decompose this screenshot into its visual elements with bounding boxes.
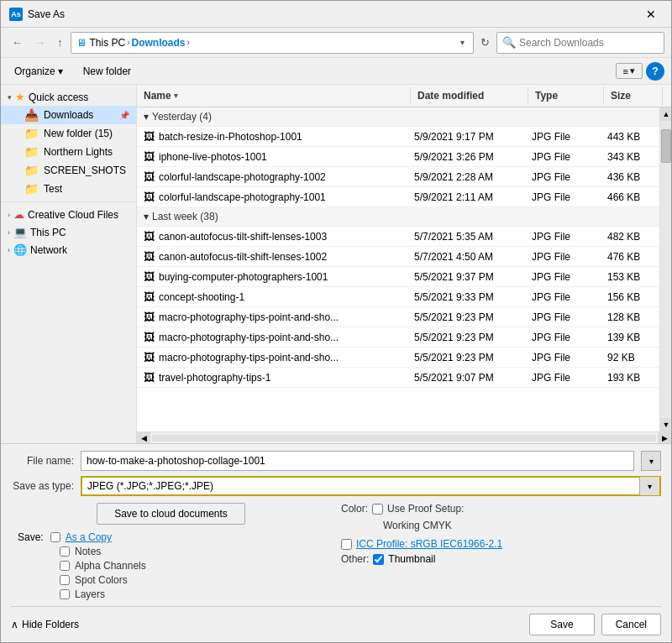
address-bar[interactable]: 🖥 This PC › Downloads › ▾ xyxy=(71,32,475,54)
address-path: This PC › Downloads › xyxy=(90,37,454,49)
savetype-dropdown-button[interactable]: ▾ xyxy=(639,477,659,495)
icc-profile-checkbox[interactable] xyxy=(341,539,352,550)
file-name-7: 🖼 buying-computer-photographers-1001 xyxy=(137,268,407,285)
view-icon: ≡ xyxy=(623,66,628,76)
quick-access-group[interactable]: ▾ ★ Quick access xyxy=(1,88,136,106)
hide-folders-label: Hide Folders xyxy=(22,619,79,630)
working-cmyk-label: Working CMYK xyxy=(383,520,452,531)
spot-colors-checkbox[interactable] xyxy=(60,575,70,585)
file-row[interactable]: 🖼 concept-shooting-1 5/5/2021 9:33 PM JP… xyxy=(137,287,659,307)
file-size-4: 466 KB xyxy=(601,188,659,206)
col-date[interactable]: Date modified xyxy=(411,86,528,105)
savetype-value: JPEG (*.JPG;*.JPEG;*.JPE) xyxy=(82,480,639,492)
jpg-icon-8: 🖼 xyxy=(144,290,155,303)
file-name-11: 🖼 macro-photography-tips-point-and-sho..… xyxy=(137,348,407,366)
file-size-9: 128 KB xyxy=(601,308,659,326)
file-type-4: JPG File xyxy=(525,188,601,206)
navigation-bar: ← → ↑ 🖥 This PC › Downloads › ▾ ↻ 🔍 xyxy=(1,28,671,58)
app-icon: As xyxy=(9,8,23,21)
jpg-icon-2: 🖼 xyxy=(144,150,155,163)
scroll-track[interactable] xyxy=(660,121,671,418)
hide-folders-button[interactable]: ∧ Hide Folders xyxy=(11,619,79,630)
save-label: Save: xyxy=(18,531,44,543)
spot-colors-label: Spot Colors xyxy=(75,574,128,586)
layers-checkbox[interactable] xyxy=(60,589,70,599)
use-proof-setup-checkbox[interactable] xyxy=(372,504,383,515)
col-name[interactable]: Name ▾ xyxy=(137,86,411,105)
group-yesterday[interactable]: ▾ Yesterday (4) xyxy=(137,107,659,127)
jpg-icon-4: 🖼 xyxy=(144,191,155,203)
file-row[interactable]: 🖼 batch-resize-in-Photoshop-1001 5/9/202… xyxy=(137,127,659,147)
folder-icon-4: 📁 xyxy=(24,182,39,196)
filename-dropdown-button[interactable]: ▾ xyxy=(641,451,661,471)
file-list-with-scroll: ▾ Yesterday (4) 🖼 batch-resize-in-Photos… xyxy=(137,107,671,431)
file-size-6: 476 KB xyxy=(601,248,659,265)
network-group[interactable]: › 🌐 Network xyxy=(1,241,136,259)
organize-button[interactable]: Organize ▾ xyxy=(8,63,70,80)
file-row[interactable]: 🖼 macro-photography-tips-point-and-sho..… xyxy=(137,307,659,327)
scroll-up-button[interactable]: ▲ xyxy=(660,107,671,121)
sidebar: ▾ ★ Quick access 📥 Downloads 📌 📁 New fol… xyxy=(1,85,137,443)
file-type-9: JPG File xyxy=(525,308,601,326)
h-scroll-track[interactable] xyxy=(152,435,656,442)
scroll-down-button[interactable]: ▼ xyxy=(660,418,671,431)
sidebar-item-northern-lights[interactable]: 📁 Northern Lights xyxy=(1,143,136,161)
file-list-scroll[interactable]: ▾ Yesterday (4) 🖼 batch-resize-in-Photos… xyxy=(137,107,659,431)
jpg-icon-7: 🖼 xyxy=(144,270,155,283)
up-button[interactable]: ↑ xyxy=(53,34,67,51)
refresh-button[interactable]: ↻ xyxy=(477,34,493,50)
file-type-6: JPG File xyxy=(525,248,601,265)
network-label: Network xyxy=(30,244,67,256)
help-button[interactable]: ? xyxy=(646,62,664,81)
column-headers: Name ▾ Date modified Type Size xyxy=(137,85,671,107)
search-input[interactable] xyxy=(519,37,659,49)
file-row[interactable]: 🖼 macro-photography-tips-point-and-sho..… xyxy=(137,348,659,368)
group-last-week[interactable]: ▾ Last week (38) xyxy=(137,207,659,227)
horizontal-scrollbar[interactable]: ◀ ▶ xyxy=(137,431,671,443)
help-label: ? xyxy=(652,65,659,77)
file-row[interactable]: 🖼 macro-photography-tips-point-and-sho..… xyxy=(137,327,659,348)
file-row[interactable]: 🖼 iphone-live-photos-1001 5/9/2021 3:26 … xyxy=(137,147,659,167)
as-copy-label[interactable]: As a Copy xyxy=(66,531,112,543)
file-row[interactable]: 🖼 buying-computer-photographers-1001 5/5… xyxy=(137,267,659,287)
filename-input[interactable] xyxy=(81,451,634,471)
scroll-thumb[interactable] xyxy=(661,129,671,163)
file-row[interactable]: 🖼 colorful-landscape-photography-1001 5/… xyxy=(137,187,659,207)
this-pc-group[interactable]: › 💻 This PC xyxy=(1,223,136,241)
file-row[interactable]: 🖼 travel-photography-tips-1 5/5/2021 9:0… xyxy=(137,368,659,388)
group-yesterday-label: Yesterday (4) xyxy=(152,111,212,123)
address-dropdown-button[interactable]: ▾ xyxy=(457,38,468,47)
cancel-button[interactable]: Cancel xyxy=(601,614,661,635)
alpha-channels-row: Alpha Channels xyxy=(18,560,324,572)
color-options: Color: Use Proof Setup: Working CMYK ICC… xyxy=(341,503,661,565)
sidebar-item-downloads[interactable]: 📥 Downloads 📌 xyxy=(1,106,136,124)
forward-button[interactable]: → xyxy=(30,34,50,51)
sidebar-item-test[interactable]: 📁 Test xyxy=(1,180,136,198)
sidebar-item-new-folder[interactable]: 📁 New folder (15) xyxy=(1,124,136,143)
savetype-select[interactable]: JPEG (*.JPG;*.JPEG;*.JPE) ▾ xyxy=(81,476,661,496)
sidebar-divider-1 xyxy=(1,201,136,202)
col-type[interactable]: Type xyxy=(528,86,604,105)
as-copy-checkbox[interactable] xyxy=(50,532,60,542)
col-size[interactable]: Size xyxy=(604,86,663,105)
vertical-scrollbar[interactable]: ▲ ▼ xyxy=(659,107,671,431)
file-name-12: 🖼 travel-photography-tips-1 xyxy=(137,369,407,386)
file-row[interactable]: 🖼 colorful-landscape-photography-1002 5/… xyxy=(137,167,659,187)
scroll-right-button[interactable]: ▶ xyxy=(658,432,671,444)
sidebar-item-screen-shots[interactable]: 📁 SCREEN_SHOTS xyxy=(1,161,136,180)
close-button[interactable]: ✕ xyxy=(639,5,663,24)
file-row[interactable]: 🖼 canon-autofocus-tilt-shift-lenses-1003… xyxy=(137,227,659,247)
notes-checkbox[interactable] xyxy=(60,546,70,557)
view-button[interactable]: ≡ ▾ xyxy=(616,63,643,79)
back-button[interactable]: ← xyxy=(8,34,27,51)
cloud-save-button[interactable]: Save to cloud documents xyxy=(97,503,245,525)
creative-cloud-group[interactable]: › ☁ Creative Cloud Files xyxy=(1,206,136,223)
save-button[interactable]: Save xyxy=(529,614,594,635)
file-row[interactable]: 🖼 canon-autofocus-tilt-shift-lenses-1002… xyxy=(137,247,659,267)
scroll-left-button[interactable]: ◀ xyxy=(137,432,150,444)
alpha-channels-checkbox[interactable] xyxy=(60,561,70,571)
icc-profile-label[interactable]: ICC Profile: sRGB IEC61966-2.1 xyxy=(356,538,502,550)
thumbnail-checkbox[interactable] xyxy=(373,554,384,565)
new-folder-button[interactable]: New folder xyxy=(76,63,138,80)
search-box: 🔍 xyxy=(496,32,664,54)
